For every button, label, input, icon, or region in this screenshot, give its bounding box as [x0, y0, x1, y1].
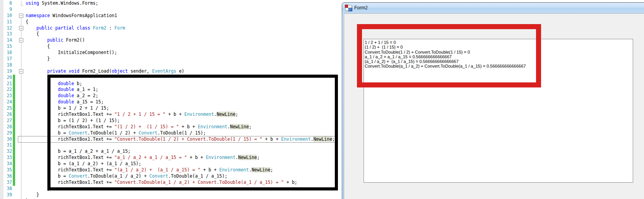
fold-guide-line: [21, 18, 21, 199]
code-line-14[interactable]: public Form2(): [26, 37, 342, 44]
collapse-box-icon[interactable]: −: [19, 69, 23, 73]
code-line-12[interactable]: public partial class Form2 : Form: [26, 25, 342, 31]
collapse-box-icon[interactable]: −: [19, 14, 23, 18]
form2-titlebar[interactable]: Form2: [342, 3, 644, 13]
screenshot-root: 8910111213141516171819202122232425262728…: [0, 0, 644, 199]
code-line-9[interactable]: [26, 7, 342, 13]
code-line-11[interactable]: {: [26, 19, 342, 25]
red-annotation-rectangle: [357, 24, 541, 87]
code-line-19[interactable]: private void Form2_Load(object sender, E…: [26, 68, 342, 75]
code-line-8[interactable]: using System.Windows.Forms;: [26, 0, 342, 7]
code-folding-margin: −−−−: [0, 0, 26, 199]
code-line-16[interactable]: InitializeComponent();: [26, 50, 342, 56]
winforms-form-icon: [345, 5, 352, 11]
collapse-box-icon[interactable]: −: [19, 26, 23, 30]
code-line-15[interactable]: {: [26, 44, 342, 50]
code-line-18[interactable]: [26, 62, 342, 68]
code-line-13[interactable]: {: [26, 31, 342, 37]
fold-region-end-mark: [21, 1, 23, 6]
code-line-17[interactable]: }: [26, 56, 342, 62]
black-annotation-rectangle: [47, 75, 338, 190]
code-line-39[interactable]: }: [26, 192, 342, 198]
form2-window-title: Form2: [354, 5, 368, 10]
collapse-box-icon[interactable]: −: [19, 38, 23, 42]
code-line-10[interactable]: namespace WindowsFormsApplication1: [26, 13, 342, 19]
